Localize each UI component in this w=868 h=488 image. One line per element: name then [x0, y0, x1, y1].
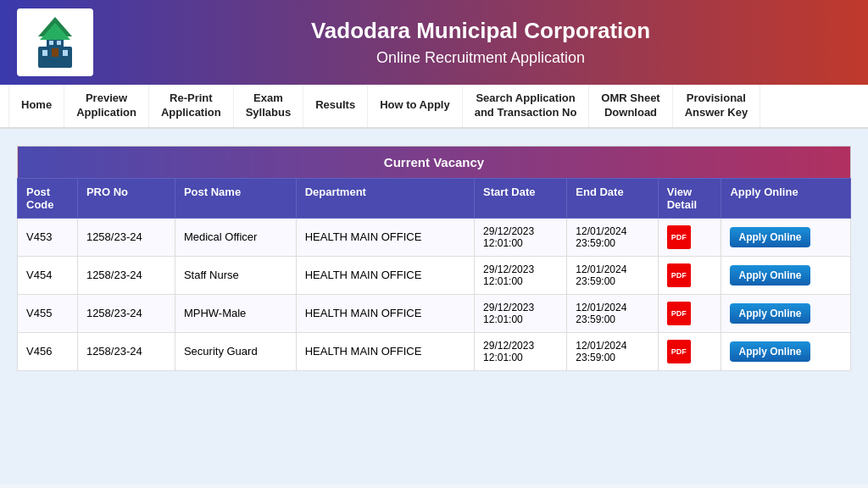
col-post-name: Post Name	[175, 178, 296, 218]
table-row: V453 1258/23-24 Medical Officer HEALTH M…	[18, 218, 851, 256]
nav-results[interactable]: Results	[303, 85, 368, 127]
nav-exam-syllabus[interactable]: ExamSyllabus	[234, 85, 303, 127]
col-pro-no: PRO No	[77, 178, 175, 218]
vacancy-table: Current Vacancy PostCode PRO No Post Nam…	[17, 146, 851, 371]
cell-post-code: V456	[18, 332, 78, 370]
header-subtitle: Online Recruitment Application	[110, 49, 851, 67]
logo	[17, 8, 93, 76]
col-start-date: Start Date	[475, 178, 567, 218]
cell-apply-online: Apply Online	[721, 218, 851, 256]
col-view-detail: ViewDetail	[658, 178, 721, 218]
cell-post-code: V454	[18, 256, 78, 294]
cell-end-date: 12/01/202423:59:00	[567, 294, 658, 332]
cell-end-date: 12/01/202423:59:00	[567, 218, 658, 256]
main-content: Current Vacancy PostCode PRO No Post Nam…	[0, 129, 868, 485]
cell-post-name: Security Guard	[175, 332, 296, 370]
nav-search-application[interactable]: Search Applicationand Transaction No	[463, 85, 590, 127]
cell-pro-no: 1258/23-24	[77, 294, 175, 332]
cell-view-detail[interactable]: PDF	[658, 256, 721, 294]
cell-post-code: V453	[18, 218, 78, 256]
pdf-icon[interactable]: PDF	[667, 340, 691, 363]
table-row: V456 1258/23-24 Security Guard HEALTH MA…	[18, 332, 851, 370]
cell-view-detail[interactable]: PDF	[658, 218, 721, 256]
nav-preview-application[interactable]: PreviewApplication	[64, 85, 149, 127]
cell-pro-no: 1258/23-24	[77, 332, 175, 370]
nav-provisional-answer-key[interactable]: ProvisionalAnswer Key	[673, 85, 760, 127]
apply-online-button[interactable]: Apply Online	[730, 227, 810, 247]
svg-rect-6	[63, 50, 68, 56]
cell-department: HEALTH MAIN OFFICE	[296, 294, 474, 332]
svg-rect-8	[57, 41, 61, 45]
cell-start-date: 29/12/202312:01:00	[475, 294, 567, 332]
header: Vadodara Municipal Corporation Online Re…	[0, 0, 868, 85]
nav-home[interactable]: Home	[8, 85, 64, 127]
cell-department: HEALTH MAIN OFFICE	[296, 256, 474, 294]
pdf-icon[interactable]: PDF	[667, 263, 691, 287]
cell-post-code: V455	[18, 294, 78, 332]
cell-end-date: 12/01/202423:59:00	[567, 256, 658, 294]
cell-start-date: 29/12/202312:01:00	[475, 256, 567, 294]
cell-pro-no: 1258/23-24	[77, 256, 175, 294]
table-row: V455 1258/23-24 MPHW-Male HEALTH MAIN OF…	[18, 294, 851, 332]
cell-post-name: Medical Officer	[175, 218, 296, 256]
column-header-row: PostCode PRO No Post Name Department Sta…	[18, 178, 851, 218]
cell-post-name: MPHW-Male	[175, 294, 296, 332]
cell-apply-online: Apply Online	[721, 294, 851, 332]
cell-department: HEALTH MAIN OFFICE	[296, 218, 474, 256]
apply-online-button[interactable]: Apply Online	[730, 265, 810, 286]
nav-how-to-apply[interactable]: How to Apply	[368, 85, 463, 127]
cell-start-date: 29/12/202312:01:00	[475, 332, 567, 370]
cell-apply-online: Apply Online	[721, 332, 851, 370]
cell-apply-online: Apply Online	[721, 256, 851, 294]
cell-department: HEALTH MAIN OFFICE	[296, 332, 474, 370]
pdf-icon[interactable]: PDF	[667, 302, 691, 325]
svg-rect-5	[42, 50, 47, 56]
pdf-icon[interactable]: PDF	[667, 225, 691, 249]
cell-end-date: 12/01/202423:59:00	[567, 332, 658, 370]
apply-online-button[interactable]: Apply Online	[730, 341, 810, 362]
col-apply-online: Apply Online	[721, 178, 851, 218]
svg-rect-4	[52, 48, 58, 57]
header-title: Vadodara Municipal Corporation	[110, 18, 851, 44]
vacancy-title-row: Current Vacancy	[18, 146, 851, 178]
cell-view-detail[interactable]: PDF	[658, 294, 721, 332]
col-post-code: PostCode	[18, 178, 78, 218]
apply-online-button[interactable]: Apply Online	[730, 303, 810, 324]
table-row: V454 1258/23-24 Staff Nurse HEALTH MAIN …	[18, 256, 851, 294]
nav-reprint-application[interactable]: Re-PrintApplication	[149, 85, 234, 127]
nav-omr-sheet[interactable]: OMR SheetDownload	[589, 85, 672, 127]
svg-rect-7	[49, 41, 53, 45]
cell-post-name: Staff Nurse	[175, 256, 296, 294]
cell-pro-no: 1258/23-24	[77, 218, 175, 256]
col-end-date: End Date	[567, 178, 658, 218]
cell-start-date: 29/12/202312:01:00	[475, 218, 567, 256]
header-text: Vadodara Municipal Corporation Online Re…	[110, 18, 851, 67]
navbar: Home PreviewApplication Re-PrintApplicat…	[0, 85, 868, 129]
cell-view-detail[interactable]: PDF	[658, 332, 721, 370]
col-department: Department	[296, 178, 474, 218]
vacancy-title: Current Vacancy	[18, 146, 851, 178]
